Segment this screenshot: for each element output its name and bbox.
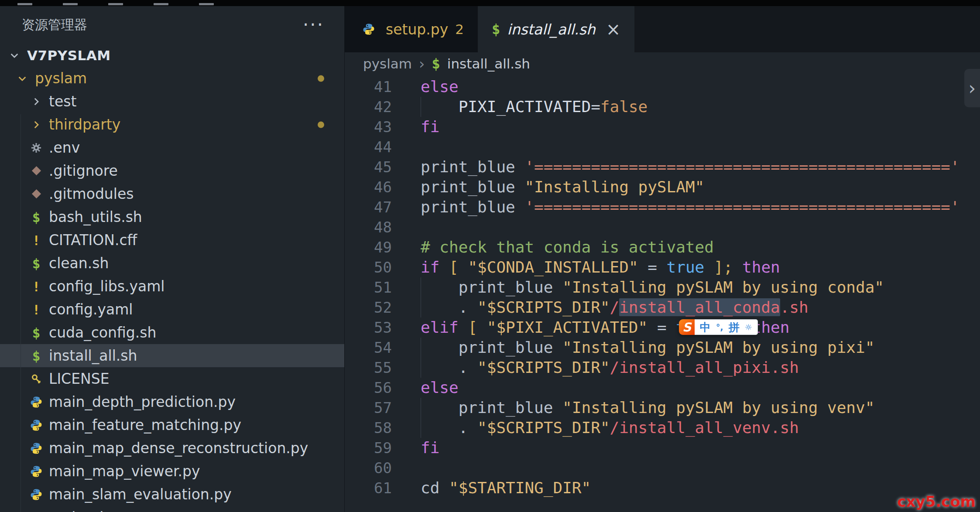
sidebar-item-config.yaml[interactable]: !config.yaml <box>0 298 344 321</box>
code-line[interactable]: 61cd "$STARTING_DIR" <box>345 478 980 498</box>
sidebar-item-main_slam.py[interactable]: main_slam.py <box>0 506 344 512</box>
ime-punctuation-toggle[interactable]: °, <box>716 322 723 332</box>
sidebar-item-main_depth_prediction.py[interactable]: main_depth_prediction.py <box>0 390 344 413</box>
sidebar-item-main_map_dense_reconstruction.py[interactable]: main_map_dense_reconstruction.py <box>0 437 344 460</box>
sidebar-item-LICENSE[interactable]: LICENSE <box>0 367 344 390</box>
line-number[interactable]: 52 <box>345 297 392 317</box>
shell-icon: $ <box>492 21 500 38</box>
code-line[interactable]: 51 print_blue "Installing pySLAM by usin… <box>345 277 980 297</box>
sidebar-item-config_libs.yaml[interactable]: !config_libs.yaml <box>0 275 344 298</box>
code-line[interactable]: 49# check that conda is activated <box>345 237 980 257</box>
workbench: 资源管理器 ··· V7PYSLAM pyslamtestthirdparty.… <box>0 6 980 512</box>
line-number[interactable]: 42 <box>345 97 392 117</box>
code-line[interactable]: 44 <box>345 137 980 157</box>
menubar-fragment <box>63 3 78 5</box>
line-number[interactable]: 47 <box>345 197 392 217</box>
code-line[interactable]: 57 print_blue "Installing pySLAM by usin… <box>345 398 980 418</box>
ime-scheme-label[interactable]: 拼 <box>729 320 740 335</box>
tab-setup-py[interactable]: setup.py 2 <box>345 6 478 52</box>
shell-icon: $ <box>26 256 46 271</box>
sidebar-item-clean.sh[interactable]: $clean.sh <box>0 252 344 275</box>
ime-mode-toggle[interactable]: 中 <box>700 320 711 335</box>
line-number[interactable]: 44 <box>345 137 392 157</box>
line-number[interactable]: 60 <box>345 458 392 478</box>
sidebar-item-.gitmodules[interactable]: .gitmodules <box>0 182 344 205</box>
editor-group: setup.py 2 $ install_all.sh × pyslam › $… <box>345 6 980 512</box>
breadcrumb-file[interactable]: install_all.sh <box>447 56 530 72</box>
sidebar-item-bash_utils.sh[interactable]: $bash_utils.sh <box>0 205 344 229</box>
sidebar-item-cuda_config.sh[interactable]: $cuda_config.sh <box>0 321 344 344</box>
code-line[interactable]: 45print_blue '==========================… <box>345 157 980 177</box>
code-line[interactable]: 56else <box>345 378 980 398</box>
sidebar-folder-thirdparty[interactable]: thirdparty <box>0 113 344 136</box>
python-icon <box>26 419 46 432</box>
tab-badge: 2 <box>455 21 464 37</box>
breadcrumb-folder[interactable]: pyslam <box>363 56 412 72</box>
code-line[interactable]: 52 . "$SCRIPTS_DIR"/install_all_conda.sh <box>345 297 980 317</box>
ime-popup[interactable]: S 中 °, 拼 ☼ <box>679 319 758 335</box>
code-line[interactable]: 46print_blue "Installing pySLAM" <box>345 177 980 197</box>
line-number[interactable]: 51 <box>345 277 392 297</box>
workspace-label: V7PYSLAM <box>27 48 111 63</box>
line-number[interactable]: 50 <box>345 257 392 277</box>
file-label: main_map_dense_reconstruction.py <box>49 440 308 457</box>
sidebar-item-main_slam_evaluation.py[interactable]: main_slam_evaluation.py <box>0 483 344 506</box>
code-editor[interactable]: 41else42 PIXI_ACTIVATED=false43fi4445pri… <box>345 75 980 512</box>
line-number[interactable]: 59 <box>345 438 392 458</box>
editor-overflow-button[interactable]: › <box>964 69 980 107</box>
file-label: main_slam.py <box>49 509 149 512</box>
sidebar-item-.gitignore[interactable]: .gitignore <box>0 159 344 182</box>
tab-install-all-sh[interactable]: $ install_all.sh × <box>478 6 634 52</box>
code-line[interactable]: 59fi <box>345 438 980 458</box>
code-line[interactable]: 54 print_blue "Installing pySLAM by usin… <box>345 338 980 358</box>
code-line[interactable]: 60 <box>345 458 980 478</box>
code-text <box>392 217 421 237</box>
python-icon <box>26 465 46 478</box>
code-line[interactable]: 42 PIXI_ACTIVATED=false <box>345 97 980 117</box>
line-number[interactable]: 58 <box>345 418 392 438</box>
workspace-root[interactable]: V7PYSLAM <box>0 44 344 67</box>
code-line[interactable]: 47print_blue '==========================… <box>345 197 980 217</box>
git-icon <box>26 191 46 197</box>
code-line[interactable]: 48 <box>345 217 980 237</box>
line-number[interactable]: 56 <box>345 378 392 398</box>
line-number[interactable]: 57 <box>345 398 392 418</box>
close-icon[interactable]: × <box>606 20 621 38</box>
code-line[interactable]: 58 . "$SCRIPTS_DIR"/install_all_venv.sh <box>345 418 980 438</box>
menubar-fragment <box>199 3 214 5</box>
line-number[interactable]: 55 <box>345 358 392 378</box>
file-label: thirdparty <box>49 116 120 133</box>
code-line[interactable]: 41else <box>345 77 980 97</box>
code-line[interactable]: 55 . "$SCRIPTS_DIR"/install_all_pixi.sh <box>345 358 980 378</box>
sogou-logo: S <box>679 319 695 335</box>
code-line[interactable]: 53elif [ "$PIXI_ACTIVATED" = true ]; the… <box>345 317 980 338</box>
line-number[interactable]: 53 <box>345 317 392 338</box>
ime-settings-icon[interactable]: ☼ <box>745 322 752 332</box>
file-label: pyslam <box>35 70 87 87</box>
sidebar-item-main_feature_matching.py[interactable]: main_feature_matching.py <box>0 413 344 437</box>
sidebar-item-CITATION.cff[interactable]: !CITATION.cff <box>0 229 344 252</box>
sidebar-item-main_map_viewer.py[interactable]: main_map_viewer.py <box>0 460 344 483</box>
code-line[interactable]: 50if [ "$CONDA_INSTALLED" = true ]; then <box>345 257 980 277</box>
line-number[interactable]: 49 <box>345 237 392 257</box>
code-text: else <box>392 77 459 97</box>
code-line[interactable]: 43fi <box>345 117 980 137</box>
file-label: clean.sh <box>49 255 109 272</box>
code-text: # check that conda is activated <box>392 237 714 257</box>
menubar-fragment <box>17 3 32 5</box>
line-number[interactable]: 46 <box>345 177 392 197</box>
line-number[interactable]: 45 <box>345 157 392 177</box>
file-label: main_depth_prediction.py <box>49 393 236 410</box>
more-actions-button[interactable]: ··· <box>303 20 324 29</box>
shell-icon: $ <box>26 325 46 341</box>
line-number[interactable]: 54 <box>345 338 392 358</box>
sidebar-item-install_all.sh[interactable]: $install_all.sh <box>0 344 344 367</box>
sidebar-item-.env[interactable]: .env <box>0 136 344 159</box>
sidebar-folder-pyslam[interactable]: pyslam <box>0 67 344 90</box>
line-number[interactable]: 41 <box>345 77 392 97</box>
sidebar-folder-test[interactable]: test <box>0 90 344 113</box>
explorer-sidebar: 资源管理器 ··· V7PYSLAM pyslamtestthirdparty.… <box>0 6 345 512</box>
line-number[interactable]: 43 <box>345 117 392 137</box>
line-number[interactable]: 61 <box>345 478 392 498</box>
line-number[interactable]: 48 <box>345 217 392 237</box>
